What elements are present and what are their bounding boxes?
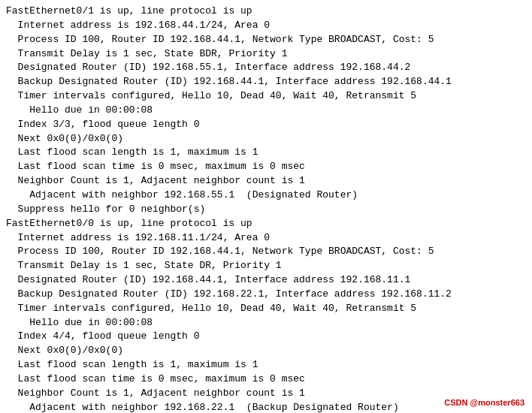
terminal-line: Neighbor Count is 1, Adjacent neighbor c… xyxy=(6,174,526,188)
terminal-line: Last flood scan length is 1, maximum is … xyxy=(6,146,526,160)
terminal-line: Process ID 100, Router ID 192.168.44.1, … xyxy=(6,245,526,259)
terminal-line: Internet address is 192.168.44.1/24, Are… xyxy=(6,19,526,33)
terminal-line: FastEthernet0/1 is up, line protocol is … xyxy=(6,5,526,19)
terminal-line: Transmit Delay is 1 sec, State BDR, Prio… xyxy=(6,47,526,62)
terminal-line: Backup Designated Router (ID) 192.168.44… xyxy=(6,75,526,89)
terminal-container: FastEthernet0/1 is up, line protocol is … xyxy=(0,0,532,413)
watermark: CSDN @monster663 xyxy=(444,398,524,407)
terminal-line: Index 3/3, flood queue length 0 xyxy=(6,118,526,132)
terminal-line: Index 4/4, flood queue length 0 xyxy=(6,330,526,344)
terminal-line: Hello due in 00:00:08 xyxy=(6,316,526,330)
terminal-line: Hello due in 00:00:08 xyxy=(6,104,526,118)
terminal-line: Adjacent with neighbor 192.168.55.1 (Des… xyxy=(6,188,526,203)
terminal-line: Timer intervals configured, Hello 10, De… xyxy=(6,302,526,316)
terminal-line: Next 0x0(0)/0x0(0) xyxy=(6,132,526,146)
terminal-line: Process ID 100, Router ID 192.168.44.1, … xyxy=(6,33,526,47)
terminal-line: Suppress hello for 0 neighbor(s) xyxy=(6,203,526,217)
terminal-line: Last flood scan length is 1, maximum is … xyxy=(6,358,526,372)
terminal-line: Timer intervals configured, Hello 10, De… xyxy=(6,89,526,104)
terminal-line: Last flood scan time is 0 msec, maximum … xyxy=(6,372,526,387)
terminal-output: FastEthernet0/1 is up, line protocol is … xyxy=(6,5,526,413)
terminal-line: FastEthernet0/0 is up, line protocol is … xyxy=(6,217,526,231)
terminal-line: Backup Designated Router (ID) 192.168.22… xyxy=(6,288,526,302)
terminal-line: Last flood scan time is 0 msec, maximum … xyxy=(6,160,526,174)
terminal-line: Internet address is 192.168.11.1/24, Are… xyxy=(6,231,526,246)
terminal-line: Designated Router (ID) 192.168.55.1, Int… xyxy=(6,61,526,75)
terminal-line: Designated Router (ID) 192.168.44.1, Int… xyxy=(6,273,526,288)
terminal-line: Next 0x0(0)/0x0(0) xyxy=(6,344,526,358)
terminal-line: Transmit Delay is 1 sec, State DR, Prior… xyxy=(6,259,526,273)
